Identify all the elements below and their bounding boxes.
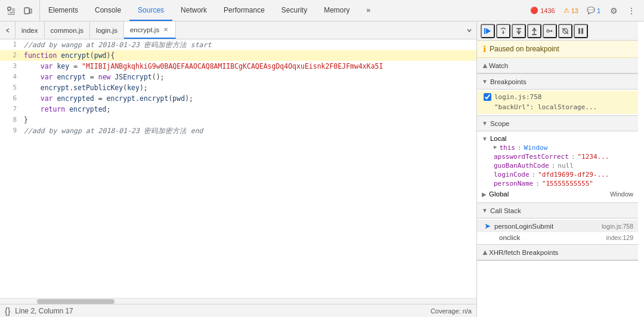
breakpoints-section: ▼ Breakpoints login.js:758 "backUrl": lo… [477, 74, 638, 116]
warning-icon: ⚠ [564, 7, 569, 14]
scope-global-label: Global [489, 190, 509, 198]
error-count: 1436 [540, 7, 555, 14]
svg-rect-12 [578, 28, 580, 34]
h-scroll-thumb[interactable] [37, 299, 114, 304]
coverage-status: Coverage: n/a [431, 307, 472, 315]
debug-toolbar [477, 21, 638, 41]
step-out-button[interactable] [527, 24, 541, 38]
callstack-item-0[interactable]: ➤ personLoginSubmit login.js:758 [477, 220, 638, 232]
file-tab-left-arrow[interactable] [0, 21, 16, 39]
brackets-icon[interactable]: {} [5, 306, 10, 316]
file-tab-login[interactable]: login.js [90, 21, 124, 39]
cursor-position: Line 2, Column 17 [15, 307, 73, 315]
resume-button[interactable] [481, 24, 495, 38]
callstack-label: Call Stack [490, 207, 521, 214]
tab-network[interactable]: Network [172, 0, 215, 21]
inspect-icon[interactable] [4, 3, 19, 19]
horizontal-scrollbar[interactable] [0, 298, 476, 304]
callstack-func-0: personLoginSubmit [494, 223, 598, 230]
breakpoints-content: login.js:758 "backUrl": localStorage... [477, 90, 638, 115]
code-editor[interactable]: 1 //add by wangp at 2018-01-23 密码加密方法 st… [0, 39, 476, 298]
scope-item-this[interactable]: ▶ this : Window [477, 143, 638, 152]
code-line-1: 1 //add by wangp at 2018-01-23 密码加密方法 st… [0, 39, 476, 50]
tab-more[interactable]: » [358, 0, 379, 21]
info-icon: 💬 [587, 7, 595, 14]
scope-local-label: Local [490, 135, 507, 142]
svg-rect-7 [532, 34, 537, 35]
left-panel: index common.js login.js encrypt.js ✕ 1 … [0, 21, 477, 317]
top-bar-badges: 🔴 1436 ⚠ 13 💬 1 ⚙ ⋮ [522, 3, 644, 19]
deactivate-breakpoints-button[interactable] [558, 24, 572, 38]
devtools-icons [0, 0, 40, 21]
callstack-arrow-icon: ▼ [482, 207, 488, 214]
right-panel-content[interactable]: ▶ Watch ▼ Breakpoints login.js:758 "back… [477, 58, 638, 317]
svg-rect-0 [8, 7, 11, 10]
settings-icon[interactable]: ⚙ [606, 3, 621, 19]
xhr-header[interactable]: ▶ XHR/fetch Breakpoints [477, 245, 638, 260]
scope-global-value: Window [610, 190, 633, 198]
callstack-header[interactable]: ▼ Call Stack [477, 203, 638, 218]
tab-elements[interactable]: Elements [40, 0, 86, 21]
scope-local-header[interactable]: ▼ Local [477, 134, 638, 143]
tab-security[interactable]: Security [273, 0, 315, 21]
file-tab-index[interactable]: index [16, 21, 45, 39]
file-tabs-bar: index common.js login.js encrypt.js ✕ [0, 21, 476, 39]
svg-rect-1 [24, 8, 29, 14]
file-tab-common[interactable]: common.js [45, 21, 91, 39]
info-circle-icon: ℹ [483, 44, 486, 54]
warning-badge[interactable]: ⚠ 13 [561, 5, 581, 16]
file-tab-encrypt-close[interactable]: ✕ [162, 26, 169, 33]
scope-content: ▼ Local ▶ this : Window apsswordTestCo [477, 131, 638, 202]
scope-item-apssword[interactable]: apsswordTestCorrect : "1234... [477, 152, 638, 161]
breakpoint-value: "backUrl": localStorage... [494, 103, 597, 113]
callstack-content: ➤ personLoginSubmit login.js:758 onclick… [477, 218, 638, 244]
error-icon: 🔴 [530, 7, 538, 14]
right-panel: ℹ Paused on breakpoint ▶ Watch ▼ Breakpo… [477, 21, 638, 317]
svg-rect-13 [581, 28, 583, 34]
tab-console[interactable]: Console [86, 0, 129, 21]
scope-header[interactable]: ▼ Scope [477, 116, 638, 131]
file-tab-encrypt-label: encrypt.js [130, 26, 159, 33]
scope-label: Scope [490, 120, 510, 127]
watch-label: Watch [489, 62, 508, 69]
status-left: {} Line 2, Column 17 [5, 306, 73, 316]
scope-item-logincode[interactable]: loginCode : "dfd19699-df29-... [477, 170, 638, 179]
xhr-arrow-icon: ▶ [481, 250, 488, 255]
svg-rect-2 [30, 9, 32, 13]
callstack-func-1: onclick [499, 234, 602, 241]
tab-sources[interactable]: Sources [129, 0, 172, 21]
info-badge[interactable]: 💬 1 [584, 5, 603, 16]
watch-arrow-icon: ▶ [481, 63, 488, 68]
tab-memory[interactable]: Memory [315, 0, 358, 21]
callstack-section: ▼ Call Stack ➤ personLoginSubmit login.j… [477, 203, 638, 245]
scope-item-guo[interactable]: guoBanAuthCode : null [477, 161, 638, 170]
tab-performance[interactable]: Performance [215, 0, 273, 21]
step-over-button[interactable] [496, 24, 510, 38]
code-line-3: 3 var key = "MIIBIjANBgkqhkiG9w0BAQEFAAO… [0, 61, 476, 72]
file-tabs-overflow[interactable] [466, 27, 476, 34]
breakpoint-checkbox[interactable] [484, 93, 491, 101]
code-line-9: 9 //add by wangp at 2018-01-23 密码加密方法 en… [0, 125, 476, 136]
svg-marker-9 [551, 30, 553, 32]
scope-global-header[interactable]: ▶ Global Window [477, 189, 638, 199]
breakpoints-header[interactable]: ▼ Breakpoints [477, 74, 638, 90]
device-icon[interactable] [20, 3, 36, 19]
file-tab-encrypt[interactable]: encrypt.js ✕ [124, 21, 176, 39]
code-line-2: 2 function encrypt(pwd){ [0, 50, 476, 61]
breakpoint-item[interactable]: login.js:758 "backUrl": localStorage... [477, 91, 638, 114]
xhr-section: ▶ XHR/fetch Breakpoints [477, 245, 638, 261]
step-button[interactable] [543, 24, 557, 38]
watch-header[interactable]: ▶ Watch [477, 58, 638, 73]
call-arrow-icon-0: ➤ [484, 221, 491, 230]
pause-on-exceptions-button[interactable] [574, 24, 588, 38]
file-tab-index-label: index [21, 27, 38, 34]
step-into-button[interactable] [512, 24, 526, 38]
scope-section: ▼ Scope ▼ Local ▶ this : [477, 116, 638, 203]
error-badge[interactable]: 🔴 1436 [527, 5, 558, 16]
code-line-4: 4 var encrypt = new JSEncrypt(); [0, 72, 476, 82]
top-bar: Elements Console Sources Network Perform… [0, 0, 644, 21]
more-icon[interactable]: ⋮ [624, 3, 639, 19]
xhr-label: XHR/fetch Breakpoints [489, 249, 558, 256]
callstack-item-1[interactable]: onclick index:129 [477, 232, 638, 243]
scope-item-personname[interactable]: personName : "15555555555" [477, 179, 638, 188]
